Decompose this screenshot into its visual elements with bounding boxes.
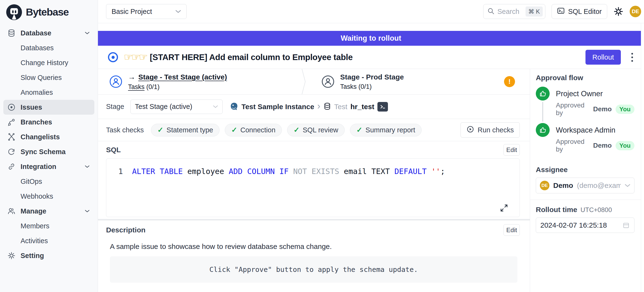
rollout-button[interactable]: Rollout: [586, 50, 621, 65]
project-selector-value: Basic Project: [112, 8, 152, 16]
status-banner: Waiting to rollout: [98, 31, 644, 46]
check-summary-report[interactable]: ✓ Summary report: [350, 124, 422, 136]
sql-header: SQL Edit: [106, 144, 520, 156]
rollout-time-input[interactable]: 2024-02-07 16:25:18: [536, 218, 634, 233]
sidebar-item-webhooks[interactable]: Webhooks: [0, 189, 98, 204]
approval-step-body: Workspace Admin Approved by Demo You: [556, 123, 634, 160]
sidebar-item-changelists[interactable]: Changelists: [0, 129, 98, 144]
sidebar-item-label: Integration: [20, 163, 56, 171]
approved-thumbs-up-icon: [536, 87, 550, 100]
branch-icon: [7, 118, 16, 126]
run-checks-label: Run checks: [478, 126, 514, 134]
stage-tasks-label[interactable]: Tasks: [128, 83, 144, 90]
check-success-icon: ✓: [231, 126, 237, 133]
sidebar-item-slow-queries[interactable]: Slow Queries: [0, 70, 98, 85]
stage-person-icon: [322, 75, 334, 88]
check-label: Statement type: [166, 126, 213, 134]
sidebar-item-setting[interactable]: Setting: [0, 248, 98, 263]
sql-editor-button[interactable]: SQL Editor: [552, 4, 607, 19]
sql-token: DEFAULT: [394, 167, 431, 176]
sql-token: email TEXT: [344, 167, 394, 176]
database-name[interactable]: hr_test: [350, 103, 374, 111]
settings-gear-button[interactable]: [614, 7, 624, 17]
sql-code-line: 1 ALTER TABLE employee ADD COLUMN IF NOT…: [116, 167, 520, 176]
task-checks-label: Task checks: [106, 126, 144, 134]
open-sql-editor-icon[interactable]: [378, 102, 388, 111]
check-sql-review[interactable]: ✓ SQL review: [287, 124, 345, 136]
description-text: A sample issue to showcase how to review…: [106, 242, 520, 251]
sidebar-item-database[interactable]: Database: [0, 26, 98, 41]
bytebase-app: Bytebase Database Databases Change Histo…: [0, 0, 644, 292]
line-number: 1: [116, 167, 126, 176]
chevron-down-icon: [175, 10, 181, 13]
breadcrumb-separator: ›: [317, 101, 320, 112]
approval-rail: [536, 87, 550, 123]
rollout-timezone: UTC+0800: [580, 206, 612, 214]
main-shell: Basic Project Search ⌘ K SQL E: [98, 0, 644, 292]
stage-tab-prod[interactable]: Stage - Prod Stage Tasks (0/1) !: [308, 69, 530, 94]
stage-person-icon: [110, 75, 122, 88]
postgresql-icon: [230, 102, 238, 111]
check-success-icon: ✓: [294, 126, 300, 133]
sidebar-item-label: Changelists: [20, 133, 60, 141]
sidebar-item-sync-schema[interactable]: Sync Schema: [0, 144, 98, 159]
fullscreen-expand-icon[interactable]: [500, 204, 508, 212]
terminal-icon: [557, 7, 565, 16]
stage-tab-test[interactable]: → Stage - Test Stage (active) Tasks (0/1…: [98, 69, 301, 94]
assignee-select[interactable]: DE Demo (demo@example: [536, 178, 634, 193]
sql-editor[interactable]: 1 ALTER TABLE employee ADD COLUMN IF NOT…: [106, 159, 520, 217]
sidebar-item-manage[interactable]: Manage: [0, 204, 98, 219]
description-header: Description Edit: [106, 224, 520, 236]
sidebar-item-integration[interactable]: Integration: [0, 159, 98, 174]
calendar-icon: [622, 221, 630, 229]
scrollbar-gutter[interactable]: [641, 23, 644, 292]
rollout-time-header: Rollout time UTC+0800: [536, 206, 634, 214]
project-selector[interactable]: Basic Project: [106, 4, 186, 19]
stage-tab-text: Stage - Prod Stage Tasks (0/1): [340, 73, 404, 90]
chevron-down-icon: [85, 165, 90, 168]
stage-select[interactable]: Test Stage (active): [130, 100, 223, 114]
sidebar-item-change-history[interactable]: Change History: [0, 55, 98, 70]
database-breadcrumb: Test Sample Instance › Test hr_test: [230, 101, 388, 112]
check-success-icon: ✓: [158, 126, 164, 133]
sidebar: Bytebase Database Databases Change Histo…: [0, 0, 98, 292]
issue-status-icon: [108, 52, 118, 62]
more-options-button[interactable]: [630, 51, 634, 63]
approval-status-prefix: Approved by: [556, 101, 591, 117]
sidebar-item-branches[interactable]: Branches: [0, 115, 98, 129]
sidebar-item-issues[interactable]: Issues: [3, 100, 94, 115]
approval-flow-title: Approval flow: [536, 74, 634, 82]
stage-name: Stage - Test Stage (active): [138, 73, 227, 81]
bytebase-logo[interactable]: Bytebase: [0, 0, 98, 23]
sidebar-item-members[interactable]: Members: [0, 219, 98, 233]
sql-token: ;: [440, 167, 445, 176]
sidebar-item-label: Activities: [20, 237, 48, 245]
sidebar-item-anomalies[interactable]: Anomalies: [0, 85, 98, 100]
sidebar-item-activities[interactable]: Activities: [0, 233, 98, 248]
sql-edit-button[interactable]: Edit: [504, 144, 520, 156]
approval-status: Approved by Demo You: [556, 101, 634, 117]
sidebar-item-label: Change History: [20, 59, 68, 67]
instance-name[interactable]: Test Sample Instance: [242, 103, 314, 111]
sidebar-item-label: Manage: [20, 207, 46, 215]
sidebar-item-label: Setting: [20, 252, 44, 260]
sidebar-item-label: Databases: [20, 44, 54, 52]
user-avatar[interactable]: DE: [630, 6, 641, 17]
check-connection[interactable]: ✓ Connection: [225, 124, 282, 136]
approval-step: Project Owner Approved by Demo You: [536, 87, 634, 123]
chevron-down-icon: [85, 32, 90, 35]
check-success-icon: ✓: [356, 126, 362, 133]
sidebar-item-label: Sync Schema: [20, 148, 66, 156]
brand-name: Bytebase: [26, 6, 68, 18]
run-checks-button[interactable]: Run checks: [460, 122, 520, 138]
pointing-finger-emoji: ☞☞☞: [124, 52, 146, 62]
description-edit-button[interactable]: Edit: [504, 224, 520, 236]
sidebar-item-gitops[interactable]: GitOps: [0, 174, 98, 189]
check-statement-type[interactable]: ✓ Statement type: [151, 124, 220, 136]
current-stage-arrow: →: [128, 73, 136, 81]
stage-tabs: → Stage - Test Stage (active) Tasks (0/1…: [98, 69, 530, 95]
sidebar-item-databases[interactable]: Databases: [0, 41, 98, 55]
search-input[interactable]: Search ⌘ K: [483, 4, 545, 19]
approval-step-body: Project Owner Approved by Demo You: [556, 87, 634, 123]
issue-sidebar: Approval flow Project Owner Approv: [530, 69, 644, 292]
